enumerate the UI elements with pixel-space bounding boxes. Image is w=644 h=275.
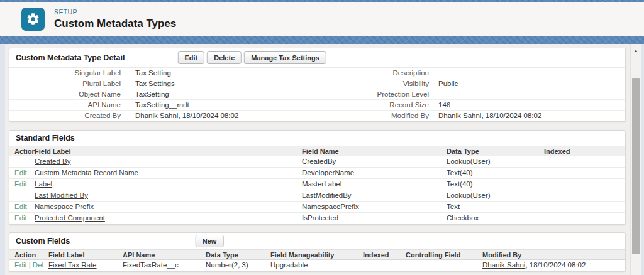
col-header-action: Action: [14, 146, 35, 156]
data-type-cell: Lookup(User): [447, 156, 544, 167]
field-label-link[interactable]: Protected Component: [35, 214, 105, 222]
field-value-api-name: TaxSetting__mdt: [126, 100, 318, 110]
field-label-link[interactable]: Namespace Prefix: [35, 203, 94, 210]
api-name-cell: FixedTaxRate__c: [123, 260, 206, 271]
modified-by-datetime: , 18/10/2024 08:02: [525, 261, 586, 269]
standard-fields-header: Standard Fields: [9, 131, 625, 146]
field-label-link[interactable]: Created By: [35, 158, 71, 165]
table-row: Edit Label MasterLabel Text(40): [9, 179, 625, 190]
detail-grid: Singular Label Tax Setting Description P…: [9, 67, 625, 121]
field-manageability-cell: Upgradable: [270, 260, 363, 271]
field-value-record-size: 146: [434, 100, 625, 110]
edit-link[interactable]: Edit: [14, 214, 27, 222]
action-separator: |: [27, 261, 33, 269]
indexed-cell: [544, 202, 625, 212]
field-label-modified-by: Modified By: [318, 111, 434, 121]
indexed-cell: [544, 168, 625, 178]
field-label-link[interactable]: Label: [35, 180, 52, 188]
edit-button[interactable]: Edit: [177, 51, 204, 64]
table-row: Last Modified By LastModifiedBy Lookup(U…: [9, 190, 625, 202]
modified-by-datetime: , 18/10/2024 08:02: [481, 112, 541, 119]
indexed-cell: [544, 156, 625, 167]
created-by-user-link[interactable]: Dhanik Sahni: [135, 112, 178, 119]
field-value-modified-by: Dhanik Sahni, 18/10/2024 08:02: [434, 111, 625, 121]
field-value-object-name: TaxSetting: [126, 89, 318, 99]
scroll-up-arrow-icon[interactable]: ▲: [631, 46, 641, 56]
edit-link[interactable]: Edit: [14, 203, 27, 210]
field-label-plural-label: Plural Label: [9, 78, 126, 89]
modified-by-user-link[interactable]: Dhanik Sahni: [482, 261, 525, 269]
col-header-field-label: Field Label: [48, 250, 123, 260]
field-label-link[interactable]: Last Modified By: [35, 191, 88, 199]
detail-section: Custom Metadata Type Detail Edit Delete …: [9, 48, 626, 122]
custom-fields-column-headers: Action Field Label API Name Data Type Fi…: [9, 249, 625, 260]
edit-link[interactable]: Edit: [14, 261, 27, 269]
field-name-cell: DeveloperName: [302, 168, 447, 178]
standard-fields-section: Standard Fields Action Field Label Field…: [9, 130, 626, 225]
controlling-field-cell: [406, 260, 482, 271]
field-label-link[interactable]: Fixed Tax Rate: [48, 261, 97, 269]
del-link[interactable]: Del: [33, 261, 43, 269]
field-label-description: Description: [318, 68, 434, 78]
field-label-protection-level: Protection Level: [318, 89, 434, 99]
detail-row: Object Name TaxSetting Protection Level: [9, 89, 625, 100]
field-name-cell: LastModifiedBy: [302, 190, 447, 201]
table-row: Edit Protected Component IsProtected Che…: [9, 213, 625, 224]
field-name-cell: IsProtected: [302, 213, 447, 224]
detail-row: Created By Dhanik Sahni, 18/10/2024 08:0…: [9, 111, 625, 121]
vertical-scrollbar[interactable]: ▲: [630, 44, 641, 275]
detail-button-group: Edit Delete Manage Tax Settings: [177, 51, 328, 64]
col-header-field-name: Field Name: [302, 146, 447, 156]
col-header-field-label: Field Label: [35, 146, 302, 156]
data-type-cell: Text(40): [447, 168, 544, 178]
table-row: Edit Custom Metadata Record Name Develop…: [9, 168, 625, 179]
table-row: Edit|Del Fixed Tax Rate FixedTaxRate__c …: [9, 260, 625, 271]
edit-link[interactable]: Edit: [14, 169, 27, 176]
new-button[interactable]: New: [196, 235, 224, 247]
detail-row: Plural Label Tax Settings Visibility Pub…: [9, 78, 625, 89]
manage-tax-settings-button[interactable]: Manage Tax Settings: [244, 51, 326, 64]
setup-content: Custom Metadata Type Detail Edit Delete …: [5, 44, 630, 275]
detail-row: API Name TaxSetting__mdt Record Size 146: [9, 100, 625, 111]
field-label-link[interactable]: Custom Metadata Record Name: [35, 169, 138, 176]
col-header-indexed: Indexed: [544, 146, 625, 156]
data-type-cell: Number(2, 3): [206, 260, 270, 271]
detail-section-header: Custom Metadata Type Detail Edit Delete …: [9, 48, 625, 67]
modified-by-user-link[interactable]: Dhanik Sahni: [438, 112, 481, 119]
data-type-cell: Lookup(User): [447, 190, 544, 201]
setup-eyebrow: SETUP: [54, 8, 176, 16]
table-row: Created By CreatedBy Lookup(User): [9, 156, 625, 168]
field-label-api-name: API Name: [9, 100, 126, 110]
custom-fields-button-group: New: [196, 235, 226, 247]
detail-section-title: Custom Metadata Type Detail: [9, 53, 125, 62]
created-by-datetime: , 18/10/2024 08:02: [178, 112, 238, 119]
field-value-plural-label: Tax Settings: [126, 78, 318, 89]
field-name-cell: MasterLabel: [302, 179, 447, 190]
action-cell: Edit|Del: [14, 260, 48, 271]
data-type-cell: Text(40): [447, 179, 544, 190]
action-cell: [14, 190, 35, 201]
indexed-cell: [544, 190, 625, 201]
edit-link[interactable]: Edit: [14, 180, 27, 188]
field-name-cell: CreatedBy: [302, 156, 447, 167]
field-value-description: [434, 68, 625, 78]
col-header-data-type: Data Type: [206, 250, 270, 260]
delete-button[interactable]: Delete: [207, 51, 242, 64]
field-name-cell: NamespacePrefix: [302, 202, 447, 212]
decorative-band: [0, 36, 644, 44]
data-type-cell: Checkbox: [447, 213, 544, 224]
standard-fields-column-headers: Action Field Label Field Name Data Type …: [9, 146, 625, 156]
indexed-cell: [363, 260, 406, 271]
field-label-record-size: Record Size: [318, 100, 434, 110]
col-header-action: Action: [14, 250, 48, 260]
table-row: Edit Namespace Prefix NamespacePrefix Te…: [9, 202, 625, 213]
custom-fields-title: Custom Fields: [9, 237, 70, 245]
field-value-singular-label: Tax Setting: [126, 68, 318, 78]
field-label-object-name: Object Name: [9, 89, 126, 99]
standard-fields-title: Standard Fields: [9, 134, 75, 143]
scrollbar-thumb[interactable]: [632, 78, 640, 254]
field-value-protection-level: [434, 89, 625, 99]
data-type-cell: Text: [447, 202, 544, 212]
field-value-visibility: Public: [434, 78, 625, 89]
setup-gear-icon: [21, 8, 45, 31]
